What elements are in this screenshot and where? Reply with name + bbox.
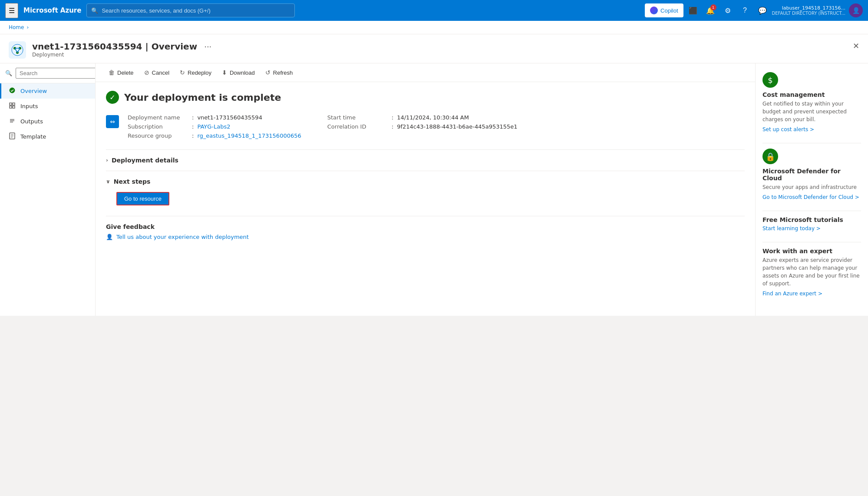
outputs-icon — [8, 117, 16, 126]
copilot-label: Copilot — [660, 7, 678, 14]
global-search-bar[interactable]: 🔍 — [86, 3, 295, 17]
feedback-link-text: Tell us about your experience with deplo… — [116, 234, 249, 240]
tutorials-link[interactable]: Start learning today > — [762, 225, 821, 231]
start-time-value: 14/11/2024, 10:30:44 AM — [397, 114, 469, 121]
sidebar: 🔍 ✕ « Overview Inputs — [0, 63, 96, 316]
panel-cost-management: $ Cost management Get notified to stay w… — [762, 72, 861, 132]
close-button[interactable]: ✕ — [853, 41, 859, 51]
breadcrumb-home[interactable]: Home — [9, 24, 24, 30]
next-steps-toggle[interactable]: ∨ Next steps — [106, 176, 745, 187]
help-button[interactable]: ? — [737, 3, 753, 18]
inputs-icon — [8, 102, 16, 110]
next-steps-section: ∨ Next steps Go to resource — [106, 171, 745, 216]
body-layout: 🔍 ✕ « Overview Inputs — [0, 63, 868, 316]
notification-badge: 1 — [710, 4, 716, 10]
user-profile[interactable]: labuser_194518_173156... DEFAULT DIRECTO… — [772, 3, 863, 17]
cancel-button[interactable]: ⊘ Cancel — [140, 67, 174, 78]
toolbar: 🗑 Delete ⊘ Cancel ↻ Redeploy ⬇ Download … — [96, 63, 755, 82]
content-area: 🗑 Delete ⊘ Cancel ↻ Redeploy ⬇ Download … — [96, 63, 755, 316]
notifications-button[interactable]: 🔔 1 — [703, 3, 718, 18]
deployment-icon: ⇔ — [106, 115, 119, 128]
help-icon: ? — [743, 7, 747, 14]
refresh-icon: ↺ — [265, 69, 271, 76]
panel-defender: 🔒 Microsoft Defender for Cloud Secure yo… — [762, 149, 861, 200]
info-col-right: Start time : 14/11/2024, 10:30:44 AM Cor… — [327, 114, 518, 139]
resource-group-row: Resource group : rg_eastus_194518_1_1731… — [128, 132, 301, 139]
deployment-status: ✓ Your deployment is complete — [106, 91, 745, 104]
delete-label: Delete — [117, 69, 134, 76]
panel-expert: Work with an expert Azure experts are se… — [762, 248, 861, 297]
hamburger-icon: ☰ — [9, 7, 15, 14]
svg-rect-10 — [13, 103, 15, 105]
sidebar-item-outputs[interactable]: Outputs — [0, 114, 95, 129]
resource-header: vnet1-1731560435594 | Overview ··· Deplo… — [0, 34, 868, 63]
subscription-link[interactable]: PAYG-Labs2 — [197, 123, 230, 130]
expert-link[interactable]: Find an Azure expert > — [762, 291, 822, 297]
redeploy-button[interactable]: ↻ Redeploy — [175, 67, 216, 78]
svg-rect-12 — [13, 106, 15, 108]
feedback-person-icon: 👤 — [106, 234, 113, 240]
sidebar-search-input[interactable] — [16, 68, 96, 79]
colon-1: : — [192, 114, 194, 121]
deployment-name-row: Deployment name : vnet1-1731560435594 — [128, 114, 301, 121]
info-col-left: Deployment name : vnet1-1731560435594 Su… — [128, 114, 301, 139]
global-search-input[interactable] — [102, 7, 290, 14]
expert-desc: Azure experts are service provider partn… — [762, 256, 861, 288]
cancel-icon: ⊘ — [144, 69, 149, 76]
resource-group-value: rg_eastus_194518_1_173156000656 — [197, 132, 301, 139]
copilot-button[interactable]: Copilot — [645, 3, 683, 17]
defender-desc: Secure your apps and infrastructure — [762, 183, 861, 191]
colon-4: : — [392, 114, 393, 121]
sidebar-item-template[interactable]: Template — [0, 129, 95, 144]
feedback-title: Give feedback — [106, 223, 745, 230]
settings-button[interactable]: ⚙ — [720, 3, 736, 18]
panel-tutorials: Free Microsoft tutorials Start learning … — [762, 216, 861, 231]
search-icon: 🔍 — [91, 7, 98, 14]
vnet-icon — [11, 44, 23, 56]
redeploy-icon: ↻ — [180, 69, 185, 76]
feedback-button[interactable]: 💬 — [755, 3, 770, 18]
refresh-button[interactable]: ↺ Refresh — [261, 67, 297, 78]
hamburger-menu[interactable]: ☰ — [5, 3, 18, 18]
feedback-section: Give feedback 👤 Tell us about your exper… — [106, 216, 745, 247]
colon-2: : — [192, 123, 194, 130]
deployment-details-section: › Deployment details — [106, 149, 745, 171]
correlation-id-value: 9f214c43-1888-4431-b6ae-445a953155e1 — [397, 123, 517, 130]
deployment-details-toggle[interactable]: › Deployment details — [106, 155, 745, 165]
overview-label: Overview — [20, 88, 47, 94]
overview-content: ✓ Your deployment is complete ⇔ Deployme… — [96, 82, 755, 256]
cloud-shell-button[interactable]: ⬛ — [685, 3, 701, 18]
download-button[interactable]: ⬇ Download — [218, 67, 259, 78]
panel-divider-2 — [762, 211, 861, 211]
cost-alerts-link[interactable]: Set up cost alerts > — [762, 126, 814, 132]
correlation-id-row: Correlation ID : 9f214c43-1888-4431-b6ae… — [327, 123, 518, 130]
subscription-row: Subscription : PAYG-Labs2 — [128, 123, 301, 130]
delete-button[interactable]: 🗑 Delete — [104, 67, 138, 78]
panel-divider-3 — [762, 242, 861, 242]
sidebar-search-area: 🔍 ✕ « — [0, 63, 95, 83]
resource-group-link[interactable]: rg_eastus_194518_1_173156000656 — [197, 132, 301, 139]
defender-link[interactable]: Go to Microsoft Defender for Cloud > — [762, 194, 859, 200]
colon-5: : — [392, 123, 393, 130]
more-options-button[interactable]: ··· — [204, 42, 211, 51]
deployment-status-title: Your deployment is complete — [124, 92, 281, 103]
user-directory: DEFAULT DIRECTORY (INSTRUCT... — [772, 11, 845, 16]
page-wrapper: vnet1-1731560435594 | Overview ··· Deplo… — [0, 34, 868, 316]
defender-title: Microsoft Defender for Cloud — [762, 168, 861, 182]
sidebar-item-overview[interactable]: Overview — [0, 83, 95, 99]
go-to-resource-button[interactable]: Go to resource — [116, 192, 169, 205]
resource-subtitle: Deployment — [32, 52, 847, 58]
outputs-label: Outputs — [20, 118, 43, 125]
deployment-details-grid: Deployment name : vnet1-1731560435594 Su… — [128, 114, 518, 139]
next-steps-label: Next steps — [114, 178, 151, 185]
sidebar-search-icon: 🔍 — [5, 70, 12, 76]
topbar-actions: Copilot ⬛ 🔔 1 ⚙ ? 💬 labuser_194518_17315… — [645, 3, 863, 18]
sidebar-item-inputs[interactable]: Inputs — [0, 99, 95, 114]
topbar: ☰ Microsoft Azure 🔍 Copilot ⬛ 🔔 1 ⚙ ? 💬 … — [0, 0, 868, 21]
deployment-name-value: vnet1-1731560435594 — [197, 114, 262, 121]
cloud-shell-icon: ⬛ — [689, 7, 697, 15]
feedback-link[interactable]: 👤 Tell us about your experience with dep… — [106, 234, 745, 240]
defender-icon: 🔒 — [762, 149, 778, 164]
template-icon — [8, 132, 16, 141]
next-steps-content: Go to resource — [106, 187, 745, 211]
